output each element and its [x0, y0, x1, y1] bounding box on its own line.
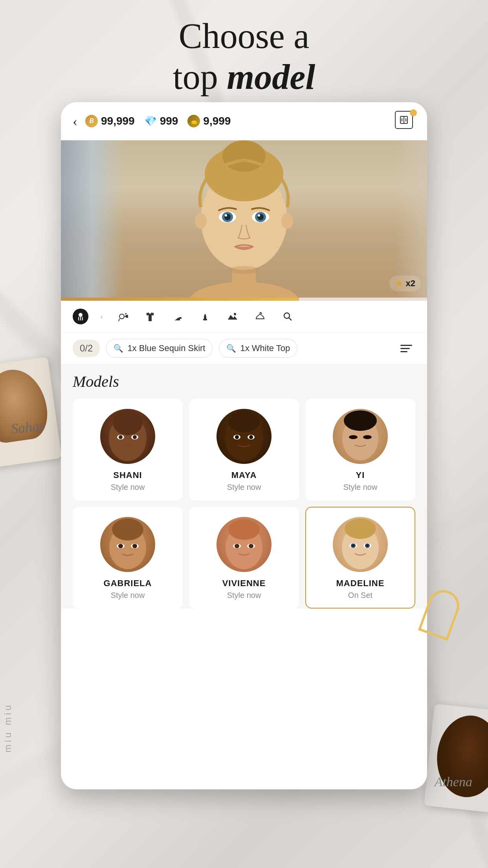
svg-point-20	[228, 266, 260, 274]
back-button[interactable]: ‹	[73, 113, 77, 129]
model-avatar-yi	[333, 409, 388, 464]
model-action-shani: Style now	[80, 483, 176, 492]
top-bar: ‹ B 99,999 💎 999 👝 9,999	[61, 102, 427, 140]
main-model-svg	[169, 140, 319, 298]
model-avatar-vivienne	[216, 517, 272, 572]
filter-row: 0/2 🔍 1x Blue Sequin Skirt 🔍 1x White To…	[61, 333, 427, 364]
page-title: Choose a top model	[0, 16, 488, 97]
deco-clip	[425, 590, 457, 637]
search-pill-1-label: 1x Blue Sequin Skirt	[127, 343, 205, 353]
model-name-shani: SHANI	[80, 470, 176, 480]
model-name-madeline: MADELINE	[312, 578, 408, 588]
currency-gem: 💎 999	[144, 115, 178, 127]
svg-point-62	[345, 519, 376, 539]
svg-point-68	[367, 545, 368, 546]
model-name-yi: YI	[312, 470, 408, 480]
svg-point-58	[235, 544, 239, 548]
svg-point-31	[284, 313, 290, 318]
svg-point-40	[228, 410, 260, 432]
svg-point-29	[234, 313, 236, 315]
models-grid: SHANI Style now MAYA St	[73, 399, 415, 609]
model-name-gabriela: GABRIELA	[80, 578, 176, 588]
model-name-vivienne: VIVIENNE	[196, 578, 292, 588]
star-icon: ★	[395, 278, 404, 289]
model-card-madeline[interactable]: MADELINE On Set	[305, 507, 415, 609]
main-model-container	[61, 140, 427, 298]
search-pill-1[interactable]: 🔍 1x Blue Sequin Skirt	[106, 339, 213, 358]
search-pill-2[interactable]: 🔍 1x White Top	[219, 339, 297, 358]
count-badge: 0/2	[73, 340, 100, 357]
lipstick-tool-icon[interactable]	[197, 309, 213, 324]
hairdryer-tool-icon[interactable]	[115, 309, 130, 324]
filter-sort-button[interactable]	[397, 342, 415, 355]
b-icon: B	[85, 115, 98, 127]
svg-point-36	[119, 435, 123, 439]
svg-point-42	[235, 435, 239, 439]
tool-icons-row: ›	[61, 301, 427, 333]
coin-icon: 👝	[187, 115, 200, 127]
svg-point-50	[112, 519, 143, 541]
star-count: x2	[406, 278, 415, 289]
svg-point-15	[225, 214, 227, 217]
model-card-yi[interactable]: YI Style now	[305, 399, 415, 500]
model-avatar-shani	[100, 409, 155, 464]
model-avatar-gabriela	[100, 517, 155, 572]
models-section: Models SHANI Style now	[61, 364, 427, 609]
model-action-madeline: On Set	[312, 591, 408, 600]
search-tool-icon[interactable]	[280, 309, 295, 324]
svg-point-5	[189, 282, 299, 298]
svg-point-34	[113, 410, 143, 435]
miu-miu-label: miu miu	[2, 703, 13, 752]
svg-point-65	[352, 545, 354, 546]
model-action-maya: Style now	[196, 483, 292, 492]
model-action-vivienne: Style now	[196, 591, 292, 600]
athena-label: Athena	[435, 774, 472, 789]
coin-value: 9,999	[203, 115, 231, 127]
search-pill-2-label: 1x White Top	[240, 343, 290, 353]
tool-separator: ›	[100, 312, 103, 321]
progress-bar-fill	[61, 298, 299, 301]
svg-point-54	[132, 544, 137, 548]
model-card-maya[interactable]: MAYA Style now	[189, 399, 299, 500]
wardrobe-button[interactable]	[395, 111, 415, 131]
star-badge: ★ x2	[389, 276, 421, 291]
filter-line-2	[400, 348, 410, 349]
models-title: Models	[73, 372, 415, 391]
svg-line-23	[119, 319, 119, 321]
svg-point-11	[281, 213, 293, 229]
notification-dot	[410, 109, 417, 116]
svg-point-60	[249, 544, 253, 548]
model-action-yi: Style now	[312, 483, 408, 492]
deco-label-sahar: Sahar	[10, 417, 45, 437]
model-avatar-madeline	[333, 517, 388, 572]
svg-point-10	[195, 213, 207, 229]
hair-tool-icon[interactable]	[73, 309, 88, 324]
svg-point-44	[249, 435, 253, 439]
shirt-tool-icon[interactable]	[142, 309, 158, 324]
svg-point-21	[79, 313, 83, 317]
svg-point-48	[363, 435, 372, 439]
currency-b: B 99,999	[85, 115, 135, 127]
model-card-gabriela[interactable]: GABRIELA Style now	[73, 507, 183, 609]
svg-point-47	[349, 435, 358, 439]
search-pill-1-icon: 🔍	[114, 344, 123, 353]
background-tool-icon[interactable]	[225, 309, 240, 324]
model-card-shani[interactable]: SHANI Style now	[73, 399, 183, 500]
svg-point-56	[228, 519, 260, 540]
hanger-tool-icon[interactable]	[252, 309, 268, 324]
model-avatar-maya	[216, 409, 272, 464]
model-action-gabriela: Style now	[80, 591, 176, 600]
model-name-maya: MAYA	[196, 470, 292, 480]
model-card-vivienne[interactable]: VIVIENNE Style now	[189, 507, 299, 609]
svg-point-22	[119, 314, 124, 319]
currency-coin: 👝 9,999	[187, 115, 231, 127]
heels-tool-icon[interactable]	[170, 309, 185, 324]
svg-point-9	[222, 140, 266, 172]
svg-point-38	[133, 435, 137, 439]
filter-line-3	[400, 351, 407, 352]
header-title-area: Choose a top model	[0, 16, 488, 97]
svg-point-19	[258, 214, 260, 217]
progress-bar	[61, 298, 427, 301]
deco-photo-right	[424, 704, 488, 813]
svg-line-32	[289, 318, 292, 320]
